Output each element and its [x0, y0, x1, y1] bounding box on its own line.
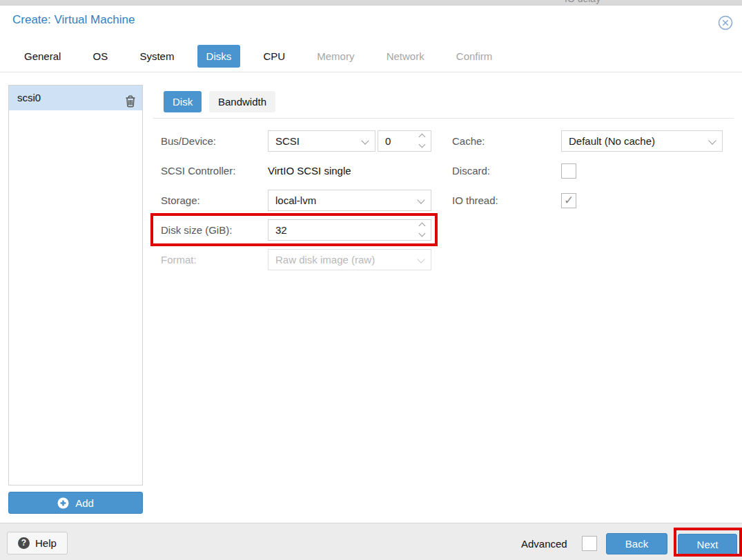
- storage-select[interactable]: local-lvm: [268, 190, 431, 211]
- storage-value: local-lvm: [269, 194, 316, 206]
- format-label: Format:: [161, 249, 197, 270]
- format-value: Raw disk image (raw): [269, 254, 375, 266]
- plus-circle-icon: [57, 497, 69, 509]
- io-thread-label: IO thread:: [452, 190, 498, 211]
- discard-checkbox[interactable]: [561, 163, 576, 179]
- tab-disks[interactable]: Disks: [197, 45, 241, 68]
- background-clipped-text: IO delay: [565, 0, 601, 4]
- chevron-down-icon: [417, 196, 424, 203]
- tab-general[interactable]: General: [15, 45, 70, 68]
- disk-list-panel: scsi0: [8, 85, 143, 486]
- subtab-bandwidth[interactable]: Bandwidth: [209, 91, 275, 112]
- chevron-down-icon: [417, 255, 424, 263]
- create-vm-dialog: Create: Virtual Machine General OS Syste…: [0, 5, 742, 560]
- io-thread-checkbox[interactable]: ✓: [561, 193, 576, 208]
- footer-bar: ? Help Advanced Back Next: [0, 523, 742, 560]
- add-button-label: Add: [75, 497, 94, 509]
- subtab-disk[interactable]: Disk: [164, 91, 202, 112]
- bus-device-select[interactable]: SCSI: [268, 130, 375, 152]
- tab-memory: Memory: [308, 45, 363, 68]
- spinner-arrows-icon[interactable]: [420, 223, 424, 236]
- tab-cpu[interactable]: CPU: [254, 45, 294, 68]
- disk-size-value: 32: [269, 224, 287, 236]
- bus-device-number-spinner[interactable]: 0: [378, 130, 431, 152]
- spinner-arrows-icon[interactable]: [420, 134, 424, 147]
- tab-bar: General OS System Disks CPU Memory Netwo…: [15, 45, 512, 68]
- background-strip: IO delay: [0, 0, 742, 5]
- discard-label: Discard:: [452, 160, 490, 181]
- bus-device-number-value: 0: [378, 135, 391, 147]
- disk-item-label: scsi0: [17, 92, 41, 103]
- scsi-controller-label: SCSI Controller:: [161, 160, 235, 181]
- content-divider: [153, 118, 734, 119]
- tab-confirm: Confirm: [447, 45, 502, 68]
- tab-network: Network: [378, 45, 433, 68]
- help-button[interactable]: ? Help: [7, 532, 68, 554]
- cache-label: Cache:: [452, 130, 485, 152]
- advanced-label: Advanced: [521, 533, 567, 554]
- advanced-checkbox[interactable]: [582, 536, 597, 551]
- chevron-down-icon: [708, 137, 716, 144]
- next-button[interactable]: Next: [678, 534, 737, 555]
- storage-label: Storage:: [161, 190, 200, 211]
- screen: IO delay Create: Virtual Machine General…: [0, 0, 742, 560]
- back-button[interactable]: Back: [606, 533, 667, 554]
- disk-size-spinner[interactable]: 32: [268, 219, 431, 241]
- tabbar-divider: [0, 72, 742, 72]
- chevron-down-icon: [361, 137, 369, 144]
- tab-os[interactable]: OS: [84, 45, 117, 68]
- bus-device-label: Bus/Device:: [161, 130, 216, 152]
- help-button-label: Help: [35, 537, 57, 549]
- scsi-controller-value: VirtIO SCSI single: [268, 160, 351, 181]
- cache-select[interactable]: Default (No cache): [561, 130, 723, 152]
- tab-system[interactable]: System: [130, 45, 183, 68]
- question-circle-icon: ?: [18, 537, 30, 549]
- add-disk-button[interactable]: Add: [8, 492, 143, 514]
- bus-device-value: SCSI: [269, 135, 300, 147]
- format-select-disabled: Raw disk image (raw): [268, 249, 431, 270]
- trash-icon[interactable]: [125, 92, 136, 104]
- cache-value: Default (No cache): [562, 135, 655, 147]
- close-icon[interactable]: [717, 14, 734, 31]
- dialog-title: Create: Virtual Machine: [12, 13, 135, 27]
- disk-size-label: Disk size (GiB):: [161, 219, 232, 241]
- disk-list-item-scsi0[interactable]: scsi0: [9, 86, 142, 110]
